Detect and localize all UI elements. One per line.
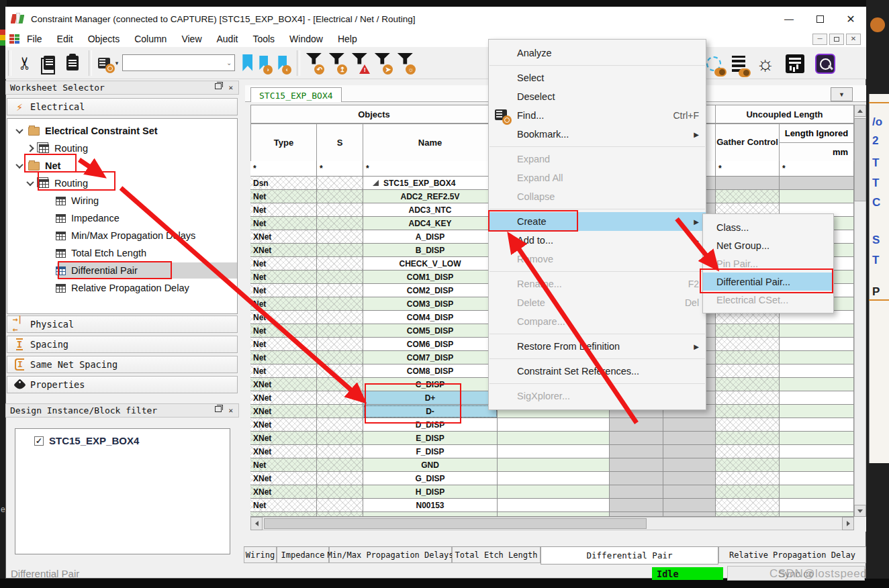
column-header-gather-control[interactable]: Gather Control	[716, 124, 780, 162]
name-cell[interactable]: CHECK_V_LOW	[363, 257, 498, 271]
menu-item-create[interactable]: Create▶	[489, 212, 706, 231]
name-cell[interactable]: A_DISP	[363, 230, 498, 244]
table-row-h-disp[interactable]: XNetH_DISP	[250, 485, 854, 499]
table-row-n00153[interactable]: NetN00153	[250, 499, 854, 512]
tree-item-routing[interactable]: Routing	[7, 140, 237, 157]
tree-item-min-max-propagation-delays[interactable]: Min/Max Propagation Delays	[7, 227, 237, 244]
chevron-down-icon[interactable]	[15, 161, 23, 168]
cut-icon[interactable]: ✂	[16, 56, 34, 70]
chevron-down-icon[interactable]	[15, 126, 23, 134]
float-panel-icon[interactable]	[215, 83, 222, 89]
menu-item-bookmark[interactable]: Bookmark...▶	[489, 125, 706, 144]
menu-tools[interactable]: Tools	[245, 32, 282, 46]
tree-item-impedance[interactable]: Impedance	[7, 209, 237, 227]
close-panel-icon[interactable]: ✕	[228, 406, 233, 415]
mdi-minimize-button[interactable]: ─	[812, 34, 827, 45]
tree-item-net[interactable]: Net	[7, 157, 237, 175]
report-icon[interactable]	[786, 54, 804, 73]
minimize-button[interactable]: —	[774, 7, 804, 31]
name-cell[interactable]: COM5_DISP	[363, 324, 498, 338]
menu-item-constraint-set-references[interactable]: Constraint Set References...	[489, 362, 706, 381]
filter-error-icon[interactable]: !	[351, 53, 369, 73]
maximize-button[interactable]	[804, 7, 835, 31]
name-cell[interactable]: E_DISP	[363, 432, 498, 445]
bookmark-prev-icon[interactable]: ‹	[278, 56, 287, 70]
scroll-left-button[interactable]	[250, 517, 263, 530]
menu-edit[interactable]: Edit	[50, 32, 81, 46]
filter-cell-mm[interactable]: *	[780, 161, 854, 177]
design-expand-icon[interactable]	[373, 180, 379, 186]
menu-item-select[interactable]: Select	[489, 68, 706, 87]
table-row-d-disp[interactable]: XNetD_DISP	[250, 418, 854, 432]
name-cell[interactable]: STC15_EXP_BOX4	[363, 177, 498, 190]
filter-cell-s[interactable]: *	[317, 161, 363, 177]
tree-item-wiring[interactable]: Wiring	[7, 192, 237, 209]
menu-item-class[interactable]: Class...	[703, 218, 833, 236]
design-filter-item[interactable]: ✓ STC15_EXP_BOX4	[34, 435, 230, 446]
paste-icon[interactable]	[66, 56, 79, 70]
brightness-icon[interactable]: ☼	[756, 54, 775, 74]
name-cell[interactable]	[363, 512, 498, 517]
column-header-type[interactable]: Type	[250, 124, 317, 162]
name-cell[interactable]: F_DISP	[363, 445, 498, 458]
name-cell[interactable]: COM8_DISP	[363, 364, 498, 378]
name-cell[interactable]: N00153	[363, 499, 498, 512]
menu-objects[interactable]: Objects	[81, 32, 127, 46]
tree-item-total-etch-length[interactable]: Total Etch Length	[7, 244, 237, 262]
name-cell[interactable]: COM3_DISP	[363, 297, 498, 311]
tree-item-routing[interactable]: Routing	[7, 175, 237, 192]
name-cell[interactable]: COM6_DISP	[363, 338, 498, 351]
section-electrical[interactable]: ⚡ Electrical	[7, 98, 238, 115]
name-cell[interactable]: ADC2_REF2.5V	[363, 190, 498, 203]
filter-settings-icon[interactable]: ☼	[397, 53, 414, 73]
find-tool-icon[interactable]	[98, 58, 110, 68]
menu-item-analyze[interactable]: Analyze	[489, 44, 706, 62]
list-toggle-icon[interactable]	[732, 56, 745, 72]
sheet-view-dropdown[interactable]: ▼	[831, 87, 853, 101]
menu-item-restore-from-definition[interactable]: Restore From Definition▶	[489, 337, 706, 356]
search-combobox[interactable]: ⌄	[122, 54, 235, 71]
menu-item-find[interactable]: Find...Ctrl+F	[489, 106, 706, 125]
menu-help[interactable]: Help	[330, 32, 365, 46]
scroll-up-button[interactable]	[854, 105, 866, 117]
section-properties[interactable]: Properties	[7, 376, 238, 393]
column-header-length-ignored[interactable]: Length Ignored	[780, 124, 854, 142]
tree-item-differential-pair[interactable]: Differential Pair	[7, 262, 237, 279]
name-cell[interactable]: GND	[363, 458, 498, 472]
table-row-gnd[interactable]: NetGND	[250, 458, 854, 472]
tab-relative-propagation-delay[interactable]: Relative Propagation Delay	[718, 547, 866, 563]
name-cell[interactable]: D-	[363, 405, 498, 418]
section-physical[interactable]: →|← Physical	[7, 315, 238, 333]
name-cell[interactable]: COM1_DISP	[363, 271, 498, 284]
menu-item-add-to[interactable]: Add to...▶	[489, 231, 706, 250]
close-button[interactable]: ✕	[835, 7, 866, 31]
mdi-restore-button[interactable]	[829, 34, 844, 45]
bookmark-next-icon[interactable]: ›	[259, 56, 268, 70]
table-row-partial[interactable]	[250, 512, 854, 517]
find-dropdown-caret[interactable]: ▾	[115, 60, 119, 66]
menu-item-net-group[interactable]: Net Group...	[703, 236, 833, 254]
chevron-right-icon[interactable]	[26, 144, 34, 152]
menu-item-differential-pair[interactable]: Differential Pair...	[703, 273, 833, 291]
name-cell[interactable]: ADC4_KEY	[363, 217, 498, 230]
menu-audit[interactable]: Audit	[209, 32, 246, 46]
scroll-down-button[interactable]	[854, 505, 866, 517]
tab-impedance[interactable]: Impedance	[277, 547, 329, 563]
close-panel-icon[interactable]: ✕	[228, 83, 233, 92]
menu-item-deselect[interactable]: Deselect	[489, 87, 706, 106]
section-same-net-spacing[interactable]: I Same Net Spacing	[7, 356, 238, 373]
filter-cell-gather[interactable]: *	[716, 161, 780, 177]
filter-cell-name[interactable]: *	[363, 161, 498, 177]
name-cell[interactable]: D_DISP	[363, 418, 498, 432]
menu-view[interactable]: View	[174, 32, 209, 46]
tab-differential-pair[interactable]: Differential Pair	[541, 547, 718, 565]
table-row-g-disp[interactable]: XNetG_DISP	[250, 472, 854, 485]
tab-min-max-propagation-delays[interactable]: Min/Max Propagation Delays	[329, 547, 452, 563]
column-header-name[interactable]: Name	[363, 124, 498, 162]
name-cell[interactable]: COM4_DISP	[363, 311, 498, 324]
menu-window[interactable]: Window	[282, 32, 330, 46]
menu-column[interactable]: Column	[127, 32, 174, 46]
sigxplorer-icon[interactable]	[815, 54, 835, 74]
horizontal-scroll-thumb[interactable]	[264, 518, 647, 529]
tree-item-electrical-constraint-set[interactable]: Electrical Constraint Set	[7, 122, 237, 140]
